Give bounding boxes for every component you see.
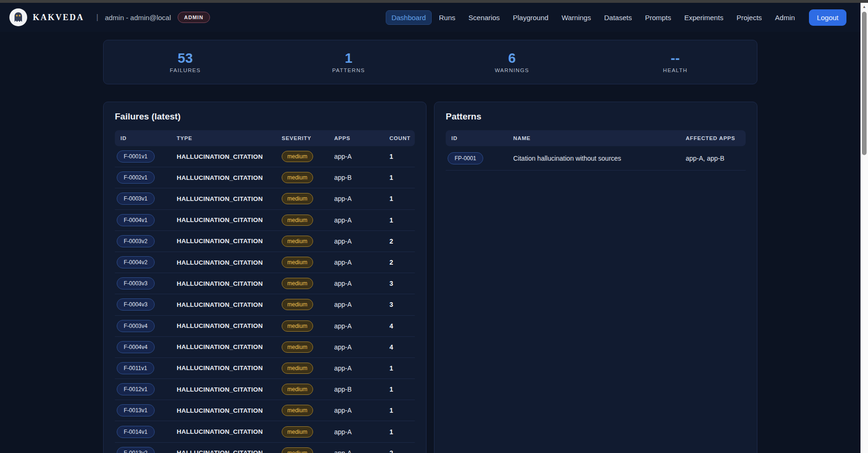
failure-id-pill[interactable]: F-0013v1 — [117, 404, 155, 416]
pattern-affected-apps: app-A, app-B — [680, 155, 746, 162]
col-type: TYPE — [171, 135, 276, 141]
failure-type: HALLUCINATION_CITATION — [171, 195, 276, 202]
severity-badge: medium — [282, 405, 313, 416]
failure-apps: app-B — [329, 174, 384, 181]
failure-count: 1 — [384, 195, 415, 202]
failure-id-pill[interactable]: F-0001v1 — [117, 150, 155, 163]
failure-apps: app-A — [329, 343, 384, 351]
table-row[interactable]: F-0003v3 HALLUCINATION_CITATION medium a… — [115, 273, 415, 294]
table-row[interactable]: F-0012v1 HALLUCINATION_CITATION medium a… — [115, 379, 415, 400]
table-row[interactable]: FP-0001 Citation hallucination without s… — [446, 146, 746, 171]
failure-id-pill[interactable]: F-0003v2 — [117, 235, 155, 247]
stat-health-label: HEALTH — [663, 67, 688, 73]
severity-badge: medium — [282, 151, 313, 162]
brand-name: KAKVEDA — [33, 13, 84, 22]
table-row[interactable]: F-0004v4 HALLUCINATION_CITATION medium a… — [115, 337, 415, 358]
failure-id-pill[interactable]: F-0004v1 — [117, 214, 155, 226]
table-row[interactable]: F-0002v1 HALLUCINATION_CITATION medium a… — [115, 167, 415, 188]
nav-item-admin[interactable]: Admin — [770, 10, 801, 25]
failure-type: HALLUCINATION_CITATION — [171, 322, 276, 329]
failure-apps: app-A — [329, 322, 384, 330]
table-row[interactable]: F-0004v1 HALLUCINATION_CITATION medium a… — [115, 210, 415, 231]
logout-button[interactable]: Logout — [809, 9, 846, 26]
col-count: COUNT — [384, 135, 415, 141]
failure-apps: app-A — [329, 364, 384, 372]
stat-warnings: 6 WARNINGS — [430, 52, 594, 73]
severity-badge: medium — [282, 236, 313, 247]
failure-count: 1 — [384, 386, 415, 393]
severity-badge: medium — [282, 363, 313, 374]
browser-scrollbar[interactable]: ▲ — [861, 3, 868, 453]
failure-id-pill[interactable]: F-0002v1 — [117, 171, 155, 184]
failures-table-header: ID TYPE SEVERITY APPS COUNT — [115, 130, 415, 146]
table-row[interactable]: F-0004v3 HALLUCINATION_CITATION medium a… — [115, 294, 415, 315]
failure-count: 4 — [384, 322, 415, 330]
table-row[interactable]: F-0003v1 HALLUCINATION_CITATION medium a… — [115, 188, 415, 209]
failure-id-pill[interactable]: F-0003v4 — [117, 320, 155, 332]
nav-item-projects[interactable]: Projects — [731, 10, 767, 25]
failure-count: 1 — [384, 174, 415, 181]
failure-id-pill[interactable]: F-0003v1 — [117, 193, 155, 205]
failure-count: 1 — [384, 216, 415, 224]
table-row[interactable]: F-0014v1 HALLUCINATION_CITATION medium a… — [115, 421, 415, 442]
failure-count: 2 — [384, 238, 415, 245]
failure-type: HALLUCINATION_CITATION — [171, 280, 276, 287]
col-id: ID — [115, 135, 171, 141]
header-separator: | — [97, 13, 98, 22]
nav-item-experiments[interactable]: Experiments — [679, 10, 729, 25]
table-row[interactable]: F-0013v1 HALLUCINATION_CITATION medium a… — [115, 400, 415, 421]
table-row[interactable]: F-0003v4 HALLUCINATION_CITATION medium a… — [115, 316, 415, 337]
col-pattern-id: ID — [446, 135, 508, 141]
failure-id-pill[interactable]: F-0012v1 — [117, 383, 155, 395]
failure-id-pill[interactable]: F-0004v2 — [117, 256, 155, 268]
ghost-icon — [9, 8, 27, 26]
failure-type: HALLUCINATION_CITATION — [171, 343, 276, 350]
failure-id-pill[interactable]: F-0004v4 — [117, 341, 155, 353]
severity-badge: medium — [282, 215, 313, 226]
table-row[interactable]: F-0001v1 HALLUCINATION_CITATION medium a… — [115, 146, 415, 167]
stats-summary-card: 53 FAILURES 1 PATTERNS 6 WARNINGS -- HEA… — [103, 40, 757, 84]
top-header: KAKVEDA | admin - admin@local ADMIN Dash… — [0, 3, 861, 32]
failure-type: HALLUCINATION_CITATION — [171, 259, 276, 266]
stat-warnings-label: WARNINGS — [495, 67, 529, 73]
failure-type: HALLUCINATION_CITATION — [171, 153, 276, 160]
severity-badge: medium — [282, 193, 313, 204]
failure-count: 2 — [384, 449, 415, 453]
failure-count: 1 — [384, 364, 415, 372]
failure-id-pill[interactable]: F-0003v3 — [117, 277, 155, 290]
table-row[interactable]: F-0011v1 HALLUCINATION_CITATION medium a… — [115, 358, 415, 379]
pattern-name: Citation hallucination without sources — [508, 155, 680, 162]
nav-item-playground[interactable]: Playground — [507, 10, 554, 25]
failure-count: 3 — [384, 280, 415, 287]
severity-badge: medium — [282, 447, 313, 453]
nav-item-warnings[interactable]: Warnings — [556, 10, 597, 25]
failure-type: HALLUCINATION_CITATION — [171, 386, 276, 393]
scrollbar-up-arrow-icon[interactable]: ▲ — [861, 3, 868, 10]
pattern-id-pill[interactable]: FP-0001 — [448, 152, 483, 164]
table-row[interactable]: F-0013v2 HALLUCINATION_CITATION medium a… — [115, 443, 415, 453]
brand-logo[interactable]: KAKVEDA — [9, 8, 84, 26]
nav-item-prompts[interactable]: Prompts — [639, 10, 677, 25]
table-row[interactable]: F-0003v2 HALLUCINATION_CITATION medium a… — [115, 231, 415, 252]
nav-item-scenarios[interactable]: Scenarios — [463, 10, 506, 25]
failure-apps: app-A — [329, 259, 384, 266]
failures-panel: Failures (latest) ID TYPE SEVERITY APPS … — [103, 102, 427, 453]
stat-warnings-value: 6 — [508, 52, 516, 65]
table-row[interactable]: F-0004v2 HALLUCINATION_CITATION medium a… — [115, 252, 415, 273]
nav-item-dashboard[interactable]: Dashboard — [386, 10, 431, 25]
failure-type: HALLUCINATION_CITATION — [171, 301, 276, 308]
failure-id-pill[interactable]: F-0014v1 — [117, 426, 155, 438]
severity-badge: medium — [282, 320, 313, 332]
stat-patterns: 1 PATTERNS — [267, 52, 431, 73]
main-nav: Dashboard Runs Scenarios Playground Warn… — [386, 10, 801, 25]
scrollbar-thumb[interactable] — [862, 12, 867, 155]
failure-type: HALLUCINATION_CITATION — [171, 216, 276, 223]
nav-item-runs[interactable]: Runs — [434, 10, 461, 25]
nav-item-datasets[interactable]: Datasets — [599, 10, 637, 25]
stat-failures-label: FAILURES — [170, 67, 201, 73]
failure-id-pill[interactable]: F-0011v1 — [117, 362, 154, 374]
failure-id-pill[interactable]: F-0004v3 — [117, 298, 155, 311]
failure-apps: app-A — [329, 280, 384, 287]
failure-id-pill[interactable]: F-0013v2 — [117, 447, 155, 453]
severity-badge: medium — [282, 172, 313, 183]
